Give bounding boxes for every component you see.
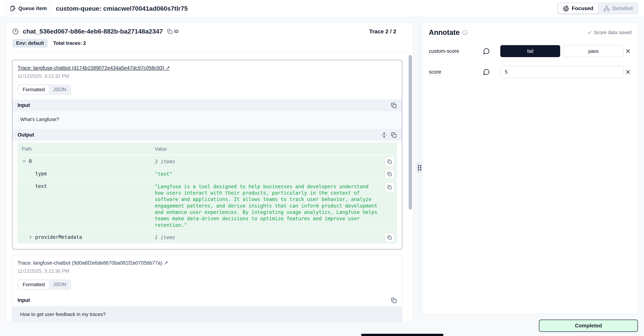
traces-scrollbar-thumb[interactable] bbox=[409, 55, 412, 210]
annotate-title: Annotate bbox=[429, 29, 460, 37]
annotate-panel: Annotate Score data saved custom-score f… bbox=[422, 23, 638, 314]
focused-view-label: Focused bbox=[572, 6, 593, 12]
table-row[interactable]: type "text" bbox=[17, 168, 397, 180]
score-name-label: custom-score bbox=[429, 48, 483, 54]
score-option-pass-button[interactable]: pass bbox=[563, 45, 624, 57]
score-row-score: score bbox=[429, 66, 632, 78]
row-value: "Langfuse is a tool designed to help bus… bbox=[155, 183, 397, 228]
queue-item-badge-label: Queue item bbox=[18, 6, 47, 12]
input-title: Input bbox=[18, 102, 30, 108]
queue-item-badge: Queue item bbox=[6, 3, 51, 14]
trace-1-output-table: Path Value 0 3 items bbox=[17, 142, 397, 243]
env-badge: Env: default bbox=[12, 39, 48, 48]
trace-2-link[interactable]: Trace: langfuse-chatbot (9d0a6f2e6de8670… bbox=[18, 260, 168, 266]
traces-panel-header: chat_536ed067-b86e-4eb6-882b-ba27148a234… bbox=[6, 23, 413, 53]
trace-2-format-tabs: Formatted JSON bbox=[18, 279, 71, 290]
info-icon[interactable] bbox=[462, 30, 468, 35]
score-value-input[interactable] bbox=[500, 66, 624, 78]
trace-1-output-header: Output bbox=[12, 129, 402, 141]
row-key: providerMetadata bbox=[35, 234, 82, 240]
trace-1-format-tabs: Formatted JSON bbox=[18, 84, 71, 95]
table-row[interactable]: text "Langfuse is a tool designed to hel… bbox=[17, 180, 397, 231]
top-bar: Queue item custom-queue: cmiacwel70041ad… bbox=[0, 0, 644, 17]
score-saved-status: Score data saved bbox=[587, 30, 632, 35]
clipboard-pen-icon bbox=[10, 6, 16, 12]
path-column-header: Path bbox=[17, 146, 155, 152]
row-key: text bbox=[35, 183, 47, 189]
comment-icon[interactable] bbox=[483, 69, 493, 75]
trace-counter: Trace 2 / 2 bbox=[369, 28, 396, 35]
copy-row-button[interactable] bbox=[385, 157, 394, 167]
trace-card-1: Trace: langfuse-chatbot (d174b1589072e43… bbox=[12, 60, 402, 249]
value-column-header: Value bbox=[155, 146, 167, 152]
copy-input-button[interactable] bbox=[391, 298, 397, 303]
copy-id-button[interactable]: ID bbox=[167, 29, 179, 34]
focused-view-button[interactable]: Focused bbox=[558, 3, 598, 14]
score-name-label: score bbox=[429, 69, 483, 75]
delete-score-button[interactable] bbox=[624, 47, 632, 55]
total-traces-label: Total traces: 2 bbox=[53, 40, 86, 46]
expand-output-button[interactable] bbox=[381, 132, 387, 138]
detailed-view-label: Detailed bbox=[612, 6, 633, 12]
input-title: Input bbox=[18, 297, 30, 303]
clock-icon bbox=[12, 28, 19, 35]
row-value: 1 items bbox=[155, 234, 397, 241]
score-row-custom-score: custom-score fail pass bbox=[429, 45, 632, 57]
copy-row-button[interactable] bbox=[385, 233, 394, 242]
trace-2-input-text: How to get user feedback in my traces? bbox=[12, 306, 402, 322]
chevron-right-icon[interactable] bbox=[28, 235, 33, 239]
queue-item-id-title: chat_536ed067-b86e-4eb6-882b-ba27148a234… bbox=[23, 28, 163, 35]
traces-scroll-area[interactable]: Trace: langfuse-chatbot (d174b1589072e43… bbox=[6, 52, 413, 322]
trace-1-link[interactable]: Trace: langfuse-chatbot (d174b1589072e43… bbox=[18, 65, 170, 71]
traces-panel: chat_536ed067-b86e-4eb6-882b-ba27148a234… bbox=[6, 23, 414, 322]
page-title: custom-queue: cmiacwel70041ad060s7tlr75 bbox=[56, 5, 188, 12]
copy-output-button[interactable] bbox=[391, 132, 397, 138]
table-row[interactable]: providerMetadata 1 items bbox=[17, 231, 397, 243]
output-title: Output bbox=[18, 132, 34, 138]
tab-json[interactable]: JSON bbox=[49, 85, 70, 94]
detailed-view-button[interactable]: Detailed bbox=[599, 3, 637, 14]
table-row[interactable]: 0 3 items bbox=[17, 155, 397, 168]
id-chip-label: ID bbox=[174, 29, 179, 34]
view-mode-toggle: Focused Detailed bbox=[557, 2, 638, 15]
trace-2-timestamp: 11/12/2025, 3:12:36 PM bbox=[18, 268, 397, 274]
copy-row-button[interactable] bbox=[385, 169, 394, 179]
tab-formatted[interactable]: Formatted bbox=[18, 85, 49, 94]
copy-icon bbox=[167, 29, 172, 34]
tab-formatted[interactable]: Formatted bbox=[18, 280, 49, 289]
trace-1-input-text: What's Langfuse? bbox=[12, 111, 402, 129]
chevron-down-icon[interactable] bbox=[22, 159, 26, 164]
output-table-header: Path Value bbox=[17, 142, 397, 155]
queue-item-screen: Queue item custom-queue: cmiacwel70041ad… bbox=[0, 0, 644, 336]
trace-2-input-header: Input bbox=[12, 294, 402, 306]
horizontal-scrollbar-thumb[interactable] bbox=[361, 334, 444, 336]
copy-row-button[interactable] bbox=[385, 182, 394, 192]
row-key: type bbox=[35, 171, 47, 176]
row-key: 0 bbox=[29, 158, 32, 164]
completed-button[interactable]: Completed bbox=[539, 319, 638, 332]
row-value: "text" bbox=[155, 171, 397, 177]
score-option-fail-button[interactable]: fail bbox=[500, 45, 560, 57]
delete-score-button[interactable] bbox=[624, 68, 632, 76]
row-value: 3 items bbox=[155, 158, 397, 165]
network-icon bbox=[604, 5, 610, 12]
score-saved-label: Score data saved bbox=[594, 30, 632, 35]
grip-dots-icon bbox=[418, 165, 421, 170]
check-icon bbox=[587, 30, 592, 35]
trace-1-timestamp: 11/12/2025, 3:12:32 PM bbox=[18, 73, 397, 79]
goal-icon bbox=[563, 5, 569, 12]
trace-card-2: Trace: langfuse-chatbot (9d0a6f2e6de8670… bbox=[12, 255, 402, 322]
trace-1-input-header: Input bbox=[12, 100, 402, 111]
traces-scrollbar[interactable] bbox=[409, 53, 412, 320]
comment-icon[interactable] bbox=[483, 48, 493, 55]
panel-resize-handle[interactable] bbox=[416, 162, 422, 173]
copy-input-button[interactable] bbox=[391, 103, 397, 108]
tab-json[interactable]: JSON bbox=[49, 280, 70, 289]
